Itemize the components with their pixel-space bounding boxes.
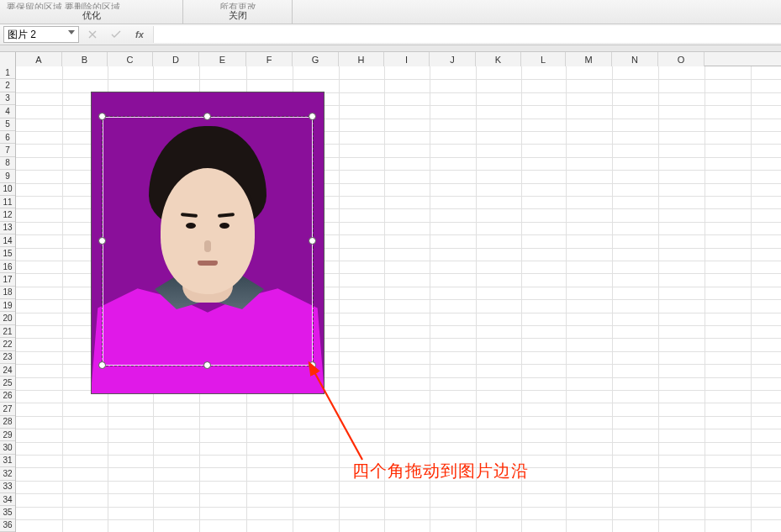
column-header[interactable]: D — [153, 52, 199, 66]
formula-cancel-button — [82, 26, 103, 43]
crop-handle-n[interactable] — [203, 113, 211, 120]
column-header[interactable]: E — [199, 52, 246, 66]
row-header[interactable]: 15 — [0, 247, 15, 260]
annotation-text: 四个角拖动到图片边沿 — [352, 460, 529, 482]
column-header[interactable]: K — [476, 52, 521, 66]
insert-function-button[interactable]: fx — [129, 26, 150, 43]
row-header[interactable]: 36 — [0, 519, 15, 532]
row-header[interactable]: 26 — [0, 390, 15, 403]
row-header[interactable]: 6 — [0, 131, 15, 144]
row-header[interactable]: 27 — [0, 403, 15, 415]
ribbon-close-button[interactable]: 关闭 — [190, 9, 285, 22]
row-header[interactable]: 3 — [0, 92, 15, 105]
row-header[interactable]: 19 — [0, 299, 15, 312]
row-header[interactable]: 18 — [0, 287, 15, 299]
column-header[interactable]: J — [430, 52, 476, 66]
column-header[interactable]: H — [339, 52, 384, 66]
row-header[interactable]: 9 — [0, 170, 15, 182]
crop-handle-ne[interactable] — [309, 113, 316, 120]
row-header[interactable]: 33 — [0, 481, 15, 493]
row-header[interactable]: 10 — [0, 183, 15, 196]
column-headers: A B C D E F G H I J K L M N O — [0, 52, 781, 66]
chevron-down-icon[interactable] — [68, 30, 75, 34]
formula-input[interactable] — [153, 26, 781, 43]
row-header[interactable]: 22 — [0, 338, 15, 350]
row-header[interactable]: 5 — [0, 119, 15, 131]
row-header[interactable]: 17 — [0, 273, 15, 286]
row-header[interactable]: 25 — [0, 377, 15, 389]
row-header[interactable]: 28 — [0, 416, 15, 429]
photo-nose — [204, 240, 211, 252]
row-header[interactable]: 21 — [0, 325, 15, 338]
photo-eye — [186, 223, 196, 229]
row-header[interactable]: 29 — [0, 429, 15, 441]
row-header[interactable]: 14 — [0, 234, 15, 247]
selected-picture-object[interactable] — [91, 92, 325, 394]
ribbon-strip: 要保留的区域 要删除的区域 优化 所有更改 关闭 — [0, 0, 781, 24]
column-header[interactable]: C — [108, 52, 153, 66]
row-header[interactable]: 1 — [0, 66, 15, 79]
column-header[interactable]: N — [612, 52, 658, 66]
column-header[interactable]: O — [658, 52, 704, 66]
cell-grid[interactable]: 四个角拖动到图片边沿 — [16, 66, 781, 532]
row-header[interactable]: 8 — [0, 157, 15, 170]
column-header[interactable]: L — [521, 52, 566, 66]
row-header[interactable]: 31 — [0, 455, 15, 467]
row-header[interactable]: 4 — [0, 105, 15, 118]
crop-handle-s[interactable] — [203, 361, 211, 369]
svg-line-2 — [314, 371, 362, 460]
ribbon-group-close: 所有更改 关闭 — [183, 0, 293, 24]
photo-mouth — [198, 261, 218, 266]
worksheet[interactable]: A B C D E F G H I J K L M N O 1234567891… — [0, 52, 781, 532]
column-header[interactable]: B — [62, 52, 108, 66]
formula-confirm-button — [106, 26, 126, 43]
row-header[interactable]: 16 — [0, 261, 15, 273]
ribbon-group-optimize-top: 要保留的区域 要删除的区域 — [7, 1, 176, 9]
name-box-value: 图片 2 — [8, 28, 36, 42]
column-header[interactable]: F — [246, 52, 293, 66]
row-header[interactable]: 24 — [0, 364, 15, 377]
row-header[interactable]: 12 — [0, 208, 15, 221]
row-header[interactable]: 2 — [0, 79, 15, 92]
column-header[interactable]: I — [384, 52, 430, 66]
column-header[interactable]: G — [293, 52, 339, 66]
ribbon-group-close-top: 所有更改 — [190, 1, 285, 9]
ribbon-group-optimize-label: 优化 — [7, 9, 176, 22]
close-icon — [88, 30, 97, 39]
row-header[interactable]: 34 — [0, 493, 15, 506]
row-header[interactable]: 23 — [0, 351, 15, 364]
crop-handle-w[interactable] — [98, 237, 106, 245]
fx-icon: fx — [135, 29, 144, 40]
row-headers: 1234567891011121314151617181920212223242… — [0, 66, 16, 532]
annotation-arrow — [302, 361, 377, 470]
name-box[interactable]: 图片 2 — [3, 26, 79, 43]
formula-bar-row: 图片 2 fx — [0, 24, 781, 45]
row-header[interactable]: 20 — [0, 312, 15, 324]
separator-bar — [0, 45, 781, 52]
column-header[interactable]: M — [566, 52, 612, 66]
ribbon-group-optimize: 要保留的区域 要删除的区域 优化 — [0, 0, 183, 24]
photo-eye — [219, 223, 230, 229]
crop-handle-nw[interactable] — [98, 113, 106, 120]
photo-face — [161, 168, 255, 294]
crop-handle-e[interactable] — [309, 237, 316, 245]
row-header[interactable]: 35 — [0, 506, 15, 519]
check-icon — [111, 30, 121, 39]
select-all-corner[interactable] — [0, 52, 16, 66]
row-header[interactable]: 30 — [0, 441, 15, 454]
row-header[interactable]: 7 — [0, 144, 15, 156]
column-header[interactable]: A — [16, 52, 62, 66]
portrait-photo — [92, 92, 324, 393]
row-header[interactable]: 13 — [0, 222, 15, 234]
row-header[interactable]: 32 — [0, 467, 15, 480]
row-header[interactable]: 11 — [0, 196, 15, 208]
crop-handle-sw[interactable] — [98, 361, 106, 369]
